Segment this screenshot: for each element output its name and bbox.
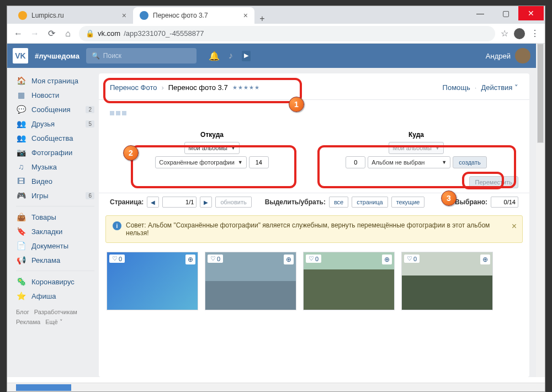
sidebar-item-docs[interactable]: 📄Документы [12,239,99,253]
help-link[interactable]: Помощь [443,83,470,92]
profile-avatar-icon[interactable] [514,28,525,39]
footer-link[interactable]: Блог [16,309,29,315]
sidebar-item-profile[interactable]: 🏠Моя страница [12,73,99,88]
photo-thumbnail[interactable]: ♡ 0⊕ [107,252,198,310]
browser-tab[interactable]: Lumpics.ru × [12,7,133,24]
chevron-right-icon: › [161,83,163,92]
events-icon: ⭐ [16,292,26,300]
back-button[interactable]: ← [13,29,24,39]
chevron-down-icon: ▼ [231,145,236,151]
footer-link[interactable]: Разработчикам [34,309,77,315]
thumbnails: ♡ 0⊕ ♡ 0⊕ ♡ 0⊕ ♡ 0⊕ [99,247,529,315]
page-input[interactable] [162,197,197,208]
reload-button[interactable]: ⟳ [46,28,57,39]
close-tip-icon[interactable]: × [512,221,517,231]
footer-link[interactable]: Реклама [16,319,40,325]
sidebar-item-games[interactable]: 🎮Игры6 [12,188,99,203]
search-placeholder: Поиск [103,52,121,60]
sidebar-item-ads[interactable]: 📢Реклама [12,253,99,267]
zoom-icon[interactable]: ⊕ [480,255,490,264]
window-titlebar: — ▢ ✕ [468,6,545,20]
horizontal-scrollbar[interactable] [7,383,545,391]
vertical-scrollbar[interactable] [536,44,545,377]
browser-tabbar: Lumpics.ru × Перенос фото 3.7 × + [7,6,545,24]
photos-icon: 📷 [16,148,26,157]
vk-hashtag[interactable]: #лучшедома [35,52,79,60]
sidebar-item-messages[interactable]: 💬Сообщения2 [12,102,99,116]
sidebar-item-corona[interactable]: 🦠Коронавирус [12,274,99,289]
new-tab-button[interactable]: + [254,14,270,24]
close-tab-icon[interactable]: × [243,11,248,20]
zoom-icon[interactable]: ⊕ [185,255,195,264]
market-icon: 👜 [16,213,26,221]
scrollbar-thumb[interactable] [537,44,544,143]
scrollbar-thumb[interactable] [16,384,71,391]
sidebar-item-groups[interactable]: 👥Сообщества [12,131,99,145]
sidebar-item-events[interactable]: ⭐Афиша [12,289,99,303]
annotation-marker: 2 [123,145,139,161]
prev-page-button[interactable]: ◀ [147,197,159,208]
breadcrumb-root[interactable]: Перенос Фото [110,83,157,92]
photo-thumbnail[interactable]: ♡ 0⊕ [303,252,395,310]
sidebar-item-music[interactable]: ♫Музыка [12,160,99,174]
search-input[interactable]: 🔍 Поиск [86,48,197,63]
url-field[interactable]: 🔒 vk.com/app3231070_-45558877 [79,26,495,41]
zoom-icon[interactable]: ⊕ [284,255,294,264]
groups-icon: 👥 [16,134,26,142]
annotation-marker: 1 [289,97,304,112]
user-menu[interactable]: Андрей [486,48,530,63]
like-count: ♡ 0 [109,255,125,263]
forward-button[interactable]: → [29,29,40,39]
to-source-select[interactable]: Мои альбомы▼ [389,142,444,154]
photo-thumbnail[interactable]: ♡ 0⊕ [205,252,296,310]
selected-value [491,197,518,208]
browser-tab-active[interactable]: Перенос фото 3.7 × [133,7,254,24]
home-button[interactable]: ⌂ [62,29,73,39]
close-button[interactable]: ✕ [518,6,544,20]
vk-logo-icon[interactable]: VK [13,48,28,63]
sidebar-item-photos[interactable]: 📷Фотографии [12,145,99,160]
to-album-select[interactable]: Альбом не выбран▼ [368,156,450,168]
chevron-down-icon: ▼ [435,145,440,151]
news-icon: ▦ [16,91,26,99]
pager-row: Страница: ◀ ▶ обновить Выделить/убрать: … [99,193,529,211]
rating-stars[interactable]: ★★★★★ [232,84,260,91]
sidebar-item-bookmarks[interactable]: 🔖Закладки [12,224,99,239]
sidebar-item-video[interactable]: 🎞Видео [12,174,99,188]
music-icon[interactable]: ♪ [229,51,233,61]
separator [16,271,94,271]
transfer-section: Откуда Мои альбомы▼ Сохранённые фотограф… [99,125,529,176]
sidebar: 🏠Моя страница ▦Новости 💬Сообщения2 👥Друз… [12,73,99,377]
sidebar-item-news[interactable]: ▦Новости [12,88,99,102]
browser-menu-icon[interactable]: ⋮ [530,28,539,39]
sidebar-item-market[interactable]: 👜Товары [12,210,99,224]
select-all-button[interactable]: все [329,197,348,208]
create-album-button[interactable]: создать [453,156,486,168]
photo-thumbnail[interactable]: ♡ 0⊕ [401,252,493,310]
move-button[interactable]: Переместить [469,176,518,188]
zoom-icon[interactable]: ⊕ [382,255,392,264]
info-icon: i [113,221,121,230]
tip-text: Совет: Альбом "Сохранённые фотографии" я… [126,221,506,237]
notifications-icon[interactable]: 🔔 [209,51,220,61]
to-column: Куда Мои альбомы▼ 0 Альбом не выбран▼ со… [314,131,518,168]
games-icon: 🎮 [16,191,26,200]
sidebar-item-friends[interactable]: 👥Друзья5 [12,116,99,131]
footer-link[interactable]: Ещё ˅ [45,319,63,325]
from-title: Откуда [110,131,314,139]
like-count: ♡ 0 [404,255,420,263]
select-page-button[interactable]: страница [352,197,388,208]
play-icon[interactable]: ▶ [242,51,251,61]
refresh-button[interactable]: обновить [215,197,251,208]
lock-icon: 🔒 [86,29,94,38]
from-album-select[interactable]: Сохранённые фотографии▼ [155,156,247,168]
actions-menu[interactable]: Действия ˅ [481,83,518,92]
vk-header: VK #лучшедома 🔍 Поиск 🔔 ♪ ▶ Андрей [7,44,536,68]
close-tab-icon[interactable]: × [122,11,126,20]
select-current-button[interactable]: текущие [391,197,425,208]
maximize-button[interactable]: ▢ [493,6,518,20]
bookmark-icon[interactable]: ☆ [501,28,508,39]
next-page-button[interactable]: ▶ [200,197,212,208]
minimize-button[interactable]: — [468,6,493,20]
from-source-select[interactable]: Мои альбомы▼ [184,142,240,154]
